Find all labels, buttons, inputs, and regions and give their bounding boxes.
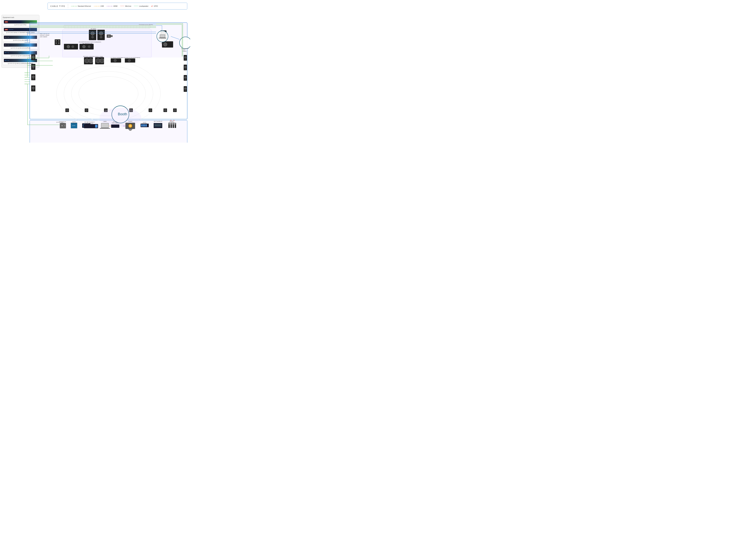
svg-point-62: [91, 36, 94, 38]
svg-rect-107: [125, 58, 135, 62]
svg-text:unDX2IO+ network: unDX2IO+ network: [40, 35, 49, 36]
svg-point-133: [164, 109, 166, 111]
svg-rect-171: [154, 123, 162, 128]
svg-point-72: [162, 32, 165, 36]
svg-rect-167: [141, 124, 142, 127]
svg-rect-160: [100, 128, 110, 129]
svg-point-80: [58, 42, 59, 44]
svg-point-179: [168, 123, 170, 125]
svg-line-147: [171, 36, 179, 39]
svg-rect-110: [184, 55, 187, 60]
svg-rect-1: [30, 23, 187, 57]
rack-item-amp2: ■■ ━━ ●● Q-SYS CX-Q 4K4 (C/LS1/RS1): [3, 43, 38, 49]
svg-point-100: [89, 59, 93, 63]
svg-point-73: [163, 36, 165, 38]
svg-rect-55: [80, 44, 94, 49]
svg-point-61: [91, 32, 94, 35]
rack-item-amp4: ■■ ━━ ●● Q-SYS CX-Q 4K4 (LS2/RS2/LBW/RBW…: [3, 58, 38, 65]
amp2-body: ■■ ━━ ●●: [4, 43, 37, 47]
svg-point-69: [108, 35, 110, 37]
svg-rect-151: [71, 123, 77, 128]
svg-rect-161: [111, 125, 119, 128]
svg-rect-139: [160, 35, 165, 38]
svg-text:Wireless: Wireless: [170, 121, 174, 122]
svg-text:loudspeakers: loudspeakers: [90, 30, 97, 31]
equipment-rack: Equipment rack QSC Q-SYS Core 8 Flex QSC…: [1, 15, 39, 68]
svg-point-183: [173, 123, 174, 125]
svg-text:Blu-ray: Blu-ray: [85, 122, 88, 123]
micline-label: Mic/Line: [125, 5, 131, 7]
svg-rect-126: [104, 109, 107, 112]
gpio-label: GPIO: [154, 5, 158, 7]
svg-rect-2: [30, 120, 187, 143]
legend-gpio: ⇄ GPIO: [151, 5, 158, 7]
svg-point-78: [58, 40, 59, 41]
svg-point-163: [128, 124, 132, 128]
legend-micline: 〰〰 Mic/Line: [120, 5, 131, 7]
svg-rect-98: [84, 57, 93, 64]
svg-point-5: [71, 71, 146, 116]
svg-rect-141: [159, 38, 166, 38]
svg-point-164: [129, 125, 131, 127]
svg-rect-51: [62, 30, 151, 57]
hdmi-icon: ⟶⟶: [106, 5, 112, 7]
svg-point-177: [160, 125, 161, 126]
svg-point-173: [155, 125, 156, 126]
svg-text:Laptop: Laptop: [103, 121, 106, 122]
svg-text:Attero Tech by QSC: Attero Tech by QSC: [40, 33, 50, 35]
svg-point-111: [184, 56, 186, 58]
svg-rect-68: [107, 35, 111, 38]
svg-point-93: [32, 76, 35, 78]
svg-text:Q-SYS PTZ-IP: Q-SYS PTZ-IP: [56, 122, 63, 123]
svg-rect-178: [168, 123, 170, 128]
svg-rect-168: [143, 124, 144, 127]
svg-rect-0: [30, 23, 187, 119]
svg-rect-170: [146, 124, 147, 127]
svg-point-106: [114, 59, 117, 62]
svg-point-142: [179, 37, 190, 49]
svg-rect-172: [154, 124, 162, 127]
svg-rect-119: [184, 86, 187, 92]
svg-point-108: [128, 59, 131, 62]
svg-rect-76: [55, 39, 60, 45]
svg-point-94: [33, 78, 34, 80]
amp1-body: ■■ ━━ ●●: [4, 36, 37, 39]
svg-rect-153: [82, 123, 90, 128]
svg-text:Video: Video: [183, 49, 185, 50]
svg-rect-128: [129, 109, 133, 112]
svg-text:AcousticPerformance Series lou: AcousticPerformance Series loudspeakers: [79, 41, 101, 43]
cable-type-legend: CABLE TYPE ⟶⟶ Standard Ethernet ⟶⟶ USB ⟶…: [48, 3, 187, 9]
legend-hdmi: ⟶⟶ HDMI: [106, 5, 117, 7]
svg-rect-180: [170, 123, 172, 128]
svg-rect-156: [84, 124, 98, 128]
legend-ethernet: ⟶⟶ Standard Ethernet: [71, 5, 91, 7]
svg-point-127: [105, 109, 107, 111]
svg-point-125: [85, 109, 88, 111]
legend-title: CABLE TYPE: [50, 5, 65, 7]
legend-loudspeaker: 〰〰 Loudspeaker: [134, 5, 148, 7]
svg-rect-134: [173, 109, 177, 112]
svg-rect-140: [160, 35, 165, 37]
qsc-logo: QSC: [5, 21, 8, 23]
svg-point-154: [83, 124, 86, 127]
svg-point-103: [100, 59, 104, 63]
amp3-label: Q-SYS CX-Q 4K4 (Sub1/Sub2): [4, 55, 37, 56]
qsc-logo-2: QSC: [5, 29, 8, 30]
svg-text:endpoint: endpoint: [182, 51, 186, 52]
legend-usb: ⟶⟶ USB: [94, 5, 104, 7]
svg-text:Q-SYS: Q-SYS: [143, 122, 146, 123]
svg-rect-158: [101, 123, 109, 128]
core-body: QSC: [4, 20, 37, 24]
svg-text:Q-SYS: Q-SYS: [72, 121, 76, 122]
svg-rect-130: [148, 109, 152, 112]
svg-point-99: [85, 59, 89, 63]
amp2-label: Q-SYS CX-Q 4K4 (C/LS1/RS1): [4, 47, 37, 49]
screen-label: Perforated screen (flyable): [139, 24, 153, 25]
svg-text:NV-32-H: NV-32-H: [113, 121, 117, 122]
svg-point-121: [185, 90, 186, 91]
svg-point-102: [96, 59, 100, 63]
svg-text:Video endpoint: Video endpoint: [112, 122, 119, 124]
svg-rect-157: [95, 125, 97, 128]
svg-rect-169: [144, 124, 145, 127]
legend-divider: [68, 4, 68, 8]
